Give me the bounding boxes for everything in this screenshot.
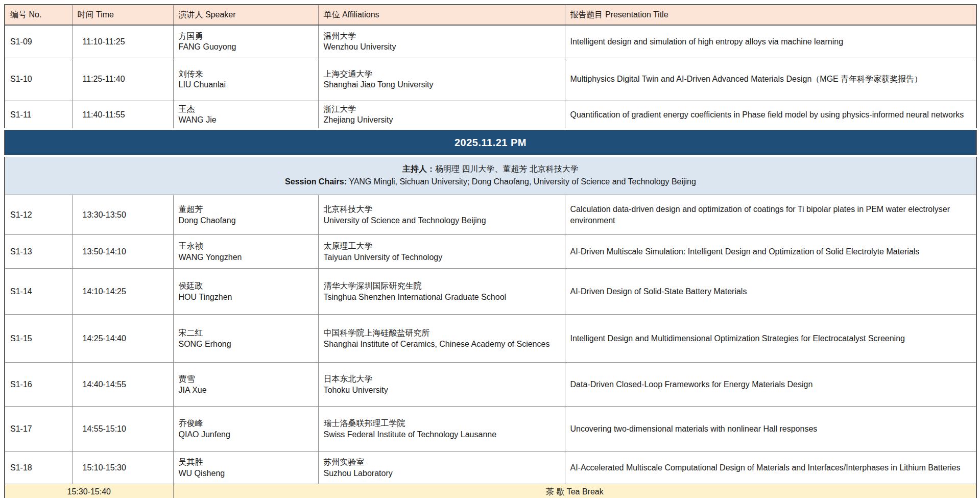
table-row: S1-13 13:50-14:10 王永祯 WANG Yongzhen 太原理工… — [5, 235, 976, 269]
speaker-name-cn: 贾雪 — [179, 373, 313, 384]
table-row: S1-11 11:40-11:55 王杰 WANG Jie 浙江大学 Zheji… — [5, 101, 976, 129]
col-header-no: 编号 No. — [5, 5, 72, 25]
speaker-name-en: HOU Tingzhen — [179, 292, 313, 302]
table-header-row: 编号 No. 时间 Time 演讲人 Speaker 单位 Affiliatio… — [5, 5, 976, 25]
presentation-title: Quantification of gradient energy coeffi… — [565, 101, 976, 129]
speaker-cell: 方国勇 FANG Guoyong — [173, 25, 318, 58]
date-banner-row: 2025.11.21 PM — [5, 129, 976, 156]
table-row: S1-10 11:25-11:40 刘传来 LIU Chuanlai 上海交通大… — [5, 58, 976, 101]
speaker-name-cn: 侯廷政 — [179, 280, 313, 291]
speaker-cell: 乔俊峰 QIAO Junfeng — [173, 407, 318, 452]
affiliation-cell: 日本东北大学 Tohoku University — [318, 363, 565, 407]
speaker-cell: 董超芳 Dong Chaofang — [173, 195, 318, 235]
affiliation-en: Taiyuan University of Technology — [324, 252, 560, 263]
affiliation-en: Shanghai Institute of Ceramics, Chinese … — [324, 339, 560, 349]
affiliation-en: Shanghai Jiao Tong University — [324, 79, 560, 90]
speaker-name-cn: 王永祯 — [179, 241, 313, 251]
session-time: 15:10-15:30 — [72, 452, 173, 484]
session-time: 14:55-15:10 — [72, 407, 173, 452]
table-row: S1-17 14:55-15:10 乔俊峰 QIAO Junfeng 瑞士洛桑联… — [5, 407, 976, 452]
speaker-cell: 宋二红 SONG Erhong — [173, 315, 318, 363]
affiliation-cell: 上海交通大学 Shanghai Jiao Tong University — [318, 58, 565, 101]
presentation-title: Intelligent Design and Multidimensional … — [565, 315, 976, 363]
speaker-cell: 吴其胜 WU Qisheng — [173, 452, 318, 484]
session-no: S1-17 — [5, 407, 72, 452]
affiliation-cn: 上海交通大学 — [324, 68, 560, 79]
table-row: S1-18 15:10-15:30 吴其胜 WU Qisheng 苏州实验室 S… — [5, 452, 976, 484]
affiliation-cn: 温州大学 — [324, 31, 560, 41]
affiliation-cn: 太原理工大学 — [324, 241, 560, 251]
affiliation-cn: 瑞士洛桑联邦理工学院 — [324, 418, 560, 429]
affiliation-cell: 太原理工大学 Taiyuan University of Technology — [318, 235, 565, 269]
session-chairs-cn: 主持人：杨明理 四川大学、董超芳 北京科技大学 — [10, 163, 971, 176]
affiliation-cell: 清华大学深圳国际研究生院 Tsinghua Shenzhen Internati… — [318, 269, 565, 315]
session-time: 14:25-14:40 — [72, 315, 173, 363]
session-time: 11:40-11:55 — [72, 101, 173, 129]
session-no: S1-14 — [5, 269, 72, 315]
speaker-name-cn: 刘传来 — [179, 68, 313, 79]
session-time: 14:40-14:55 — [72, 363, 173, 407]
col-header-time: 时间 Time — [72, 5, 173, 25]
session-time: 13:30-13:50 — [72, 195, 173, 235]
affiliation-cell: 北京科技大学 University of Science and Technol… — [318, 195, 565, 235]
speaker-name-cn: 乔俊峰 — [179, 418, 313, 429]
session-no: S1-15 — [5, 315, 72, 363]
affiliation-cell: 温州大学 Wenzhou University — [318, 25, 565, 58]
col-header-presentation-title: 报告题目 Presentation Title — [565, 5, 976, 25]
speaker-name-cn: 吴其胜 — [179, 457, 313, 467]
speaker-name-cn: 宋二红 — [179, 327, 313, 338]
affiliation-en: Tsinghua Shenzhen International Graduate… — [324, 292, 560, 302]
speaker-cell: 王永祯 WANG Yongzhen — [173, 235, 318, 269]
affiliation-cn: 日本东北大学 — [324, 373, 560, 384]
session-no: S1-18 — [5, 452, 72, 484]
col-header-affiliations: 单位 Affiliations — [318, 5, 565, 25]
table-row: S1-16 14:40-14:55 贾雪 JIA Xue 日本东北大学 Toho… — [5, 363, 976, 407]
speaker-cell: 侯廷政 HOU Tingzhen — [173, 269, 318, 315]
affiliation-en: Swiss Federal Institute of Technology La… — [324, 429, 560, 440]
speaker-name-cn: 王杰 — [179, 104, 313, 114]
affiliation-cn: 苏州实验室 — [324, 457, 560, 467]
session-no: S1-16 — [5, 363, 72, 407]
tea-break-time: 15:30-15:40 — [5, 484, 173, 498]
speaker-name-en: WANG Yongzhen — [179, 252, 313, 263]
presentation-title: AI-Driven Design of Solid-State Battery … — [565, 269, 976, 315]
session-time: 11:25-11:40 — [72, 58, 173, 101]
speaker-name-en: WU Qisheng — [179, 468, 313, 479]
session-chairs-cn-text: 杨明理 四川大学、董超芳 北京科技大学 — [435, 164, 579, 173]
speaker-name-cn: 董超芳 — [179, 204, 313, 215]
session-time: 14:10-14:25 — [72, 269, 173, 315]
session-no: S1-11 — [5, 101, 72, 129]
speaker-name-en: Dong Chaofang — [179, 215, 313, 226]
session-no: S1-12 — [5, 195, 72, 235]
session-chairs-cell: 主持人：杨明理 四川大学、董超芳 北京科技大学 Session Chairs: … — [5, 156, 976, 195]
schedule-page: 编号 No. 时间 Time 演讲人 Speaker 单位 Affiliatio… — [4, 4, 976, 498]
affiliation-cn: 清华大学深圳国际研究生院 — [324, 280, 560, 291]
presentation-title: Calculation data-driven design and optim… — [565, 195, 976, 235]
session-chairs-en-label: Session Chairs: — [285, 177, 347, 186]
session-no: S1-09 — [5, 25, 72, 58]
affiliation-en: Tohoku University — [324, 385, 560, 395]
affiliation-cell: 浙江大学 Zhejiang University — [318, 101, 565, 129]
table-row: S1-12 13:30-13:50 董超芳 Dong Chaofang 北京科技… — [5, 195, 976, 235]
speaker-name-en: LIU Chuanlai — [179, 79, 313, 90]
session-no: S1-13 — [5, 235, 72, 269]
speaker-cell: 王杰 WANG Jie — [173, 101, 318, 129]
date-banner: 2025.11.21 PM — [5, 129, 976, 156]
session-chairs-en-text: YANG Mingli, Sichuan University; Dong Ch… — [347, 177, 696, 186]
affiliation-cell: 中国科学院上海硅酸盐研究所 Shanghai Institute of Cera… — [318, 315, 565, 363]
table-row: S1-09 11:10-11:25 方国勇 FANG Guoyong 温州大学 … — [5, 25, 976, 58]
affiliation-cell: 苏州实验室 Suzhou Laboratory — [318, 452, 565, 484]
tea-break-label: 茶 歇 Tea Break — [173, 484, 976, 498]
session-time: 13:50-14:10 — [72, 235, 173, 269]
presentation-title: Intelligent design and simulation of hig… — [565, 25, 976, 58]
session-no: S1-10 — [5, 58, 72, 101]
speaker-name-en: QIAO Junfeng — [179, 429, 313, 440]
speaker-name-en: SONG Erhong — [179, 339, 313, 349]
session-chairs-row: 主持人：杨明理 四川大学、董超芳 北京科技大学 Session Chairs: … — [5, 156, 976, 195]
col-header-speaker: 演讲人 Speaker — [173, 5, 318, 25]
table-row: S1-14 14:10-14:25 侯廷政 HOU Tingzhen 清华大学深… — [5, 269, 976, 315]
affiliation-cn: 中国科学院上海硅酸盐研究所 — [324, 327, 560, 338]
presentation-title: Data-Driven Closed-Loop Frameworks for E… — [565, 363, 976, 407]
session-time: 11:10-11:25 — [72, 25, 173, 58]
presentation-title: AI-Accelerated Multiscale Computational … — [565, 452, 976, 484]
